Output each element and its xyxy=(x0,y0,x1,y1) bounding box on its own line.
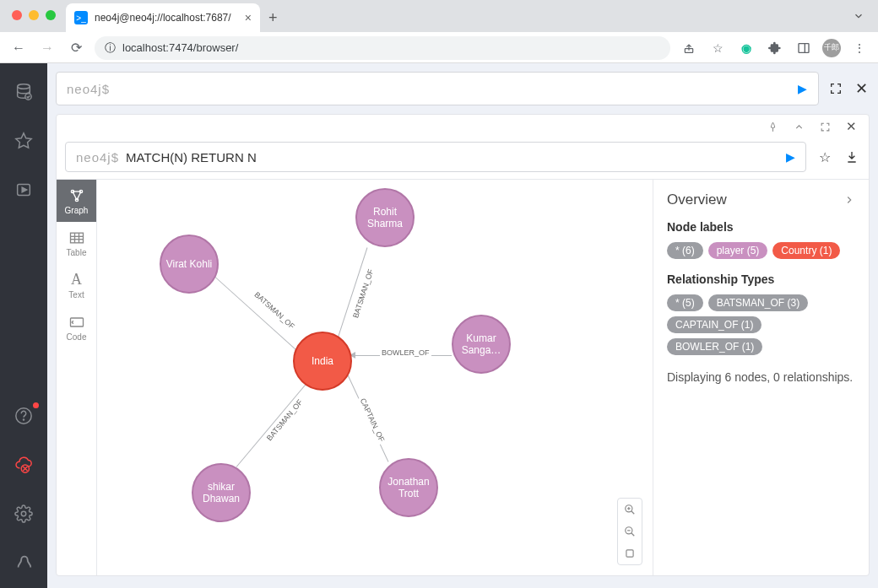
svg-line-32 xyxy=(631,533,635,537)
collapse-frame-button[interactable] xyxy=(794,121,805,132)
extensions-button[interactable] xyxy=(765,38,785,58)
rel-type-chips: * (5) BATSMAN_OF (3) CAPTAIN_OF (1) BOWL… xyxy=(667,294,855,355)
rel-types-heading: Relationship Types xyxy=(667,272,855,286)
chrome-menu-button[interactable]: ⋮ xyxy=(849,38,870,58)
about-icon[interactable] xyxy=(14,553,34,573)
chip-all-rels[interactable]: * (5) xyxy=(667,294,703,311)
cloud-sync-icon[interactable] xyxy=(14,455,34,475)
help-icon[interactable] xyxy=(14,406,34,426)
export-button[interactable] xyxy=(843,148,860,165)
url-input[interactable]: ⓘ localhost:7474/browser/ xyxy=(95,36,670,60)
site-info-icon[interactable]: ⓘ xyxy=(105,40,116,56)
forward-button[interactable]: → xyxy=(37,40,57,56)
node-virat-kohli[interactable]: Virat Kohli xyxy=(160,235,219,294)
minimize-window-button[interactable] xyxy=(29,10,39,20)
svg-line-28 xyxy=(631,511,635,515)
run-query-button[interactable]: ▶ xyxy=(798,82,808,95)
edge-dhawan-india[interactable] xyxy=(236,376,313,467)
settings-icon[interactable] xyxy=(14,504,34,524)
bookmark-button[interactable]: ☆ xyxy=(707,38,728,58)
frame-body: Graph Table A Text Code xyxy=(57,179,869,575)
code-view-tab[interactable]: Code xyxy=(57,306,96,348)
zoom-controls xyxy=(617,498,642,565)
tabs-dropdown-button[interactable] xyxy=(853,10,864,22)
frame-header: neo4j$ MATCH(N) RETURN N ▶ ☆ xyxy=(57,138,869,179)
notification-dot xyxy=(33,402,39,408)
text-view-tab[interactable]: A Text xyxy=(57,264,96,306)
frame-query-text: MATCH(N) RETURN N xyxy=(126,150,257,165)
node-kumar-sanga[interactable]: Kumar Sanga… xyxy=(452,315,511,374)
browser-chrome: >_ neo4j@neo4j://localhost:7687/ × + ← →… xyxy=(0,0,878,63)
chip-player[interactable]: player (5) xyxy=(708,242,768,259)
svg-rect-21 xyxy=(70,233,83,243)
chip-captain-of[interactable]: CAPTAIN_OF (1) xyxy=(667,316,761,333)
frame-prompt: neo4j$ xyxy=(76,150,119,165)
grammarly-extension-icon[interactable]: ◉ xyxy=(736,38,756,58)
zoom-fit-button[interactable] xyxy=(618,542,642,564)
svg-marker-7 xyxy=(22,187,27,192)
edge-label-batsman-2: BATSMAN_OF xyxy=(350,267,375,321)
zoom-out-button[interactable] xyxy=(618,521,642,542)
chip-all-nodes[interactable]: * (6) xyxy=(667,242,703,259)
main-editor-row: neo4j$ ▶ ✕ xyxy=(56,72,870,105)
overview-panel: Overview Node labels * (6) player (5) Co… xyxy=(653,180,869,575)
neo4j-browser-app: neo4j$ ▶ ✕ ✕ xyxy=(0,63,878,588)
chevron-right-icon xyxy=(843,194,855,206)
graph-view-tab[interactable]: Graph xyxy=(57,180,96,222)
window-controls xyxy=(12,10,56,20)
svg-marker-5 xyxy=(16,133,31,148)
close-window-button[interactable] xyxy=(12,10,22,20)
chip-bowler-of[interactable]: BOWLER_OF (1) xyxy=(667,338,762,355)
fullscreen-frame-button[interactable] xyxy=(820,121,831,132)
main-content: neo4j$ ▶ ✕ ✕ xyxy=(47,63,878,588)
zoom-in-button[interactable] xyxy=(618,499,642,521)
new-tab-button[interactable]: + xyxy=(268,9,278,32)
database-icon[interactable] xyxy=(14,82,34,102)
edge-label-batsman-1: BATSMAN_OF xyxy=(252,289,298,332)
pin-frame-button[interactable] xyxy=(767,121,778,132)
table-view-tab[interactable]: Table xyxy=(57,222,96,264)
fullscreen-button[interactable] xyxy=(827,80,844,97)
close-editor-button[interactable]: ✕ xyxy=(853,80,870,97)
result-frame: ✕ neo4j$ MATCH(N) RETURN N ▶ ☆ Graph xyxy=(56,114,870,576)
view-mode-tabs: Graph Table A Text Code xyxy=(57,180,97,575)
chip-batsman-of[interactable]: BATSMAN_OF (3) xyxy=(708,294,808,311)
chip-country[interactable]: Country (1) xyxy=(772,242,840,259)
node-shikar-dhawan[interactable]: shikar Dhawan xyxy=(192,463,251,522)
node-jonathan-trott[interactable]: Jonathan Trott xyxy=(379,458,438,517)
profile-avatar[interactable]: 千郎 xyxy=(822,39,841,57)
frame-toolbar: ✕ xyxy=(57,115,869,138)
guides-icon[interactable] xyxy=(14,180,34,200)
address-bar: ← → ⟳ ⓘ localhost:7474/browser/ ☆ ◉ 千郎 ⋮ xyxy=(0,32,878,63)
cypher-editor[interactable]: neo4j$ ▶ xyxy=(56,72,819,105)
frame-query-display[interactable]: neo4j$ MATCH(N) RETURN N ▶ xyxy=(65,142,806,172)
rerun-query-button[interactable]: ▶ xyxy=(786,150,795,164)
tab-title: neo4j@neo4j://localhost:7687/ xyxy=(95,12,231,24)
url-text: localhost:7474/browser/ xyxy=(122,41,238,54)
favorite-query-button[interactable]: ☆ xyxy=(816,148,833,165)
share-button[interactable] xyxy=(679,38,699,58)
tab-favicon: >_ xyxy=(74,11,88,24)
maximize-window-button[interactable] xyxy=(46,10,56,20)
browser-tab[interactable]: >_ neo4j@neo4j://localhost:7687/ × xyxy=(66,3,260,32)
back-button[interactable]: ← xyxy=(8,40,29,56)
svg-point-13 xyxy=(21,511,26,516)
close-frame-button[interactable]: ✕ xyxy=(846,119,857,134)
node-labels-heading: Node labels xyxy=(667,220,855,234)
graph-visualization[interactable]: BATSMAN_OF BATSMAN_OF BOWLER_OF CAPTAIN_… xyxy=(97,180,653,575)
edge-label-bowler: BOWLER_OF xyxy=(380,348,431,357)
node-india[interactable]: India xyxy=(293,332,352,391)
svg-line-18 xyxy=(73,192,77,200)
favorites-icon[interactable] xyxy=(14,131,34,151)
reload-button[interactable]: ⟳ xyxy=(66,40,86,56)
edge-label-captain: CAPTAIN_OF xyxy=(358,396,387,445)
edge-kohli-india[interactable] xyxy=(215,277,301,353)
editor-prompt: neo4j$ xyxy=(67,82,110,96)
side-panel-button[interactable] xyxy=(794,38,814,58)
overview-header[interactable]: Overview xyxy=(667,192,855,208)
svg-rect-1 xyxy=(799,43,809,52)
node-rohit-sharma[interactable]: Rohit Sharma xyxy=(355,188,415,247)
tab-close-button[interactable]: × xyxy=(245,11,252,24)
tab-bar: >_ neo4j@neo4j://localhost:7687/ × + xyxy=(0,0,878,32)
svg-line-19 xyxy=(77,192,81,200)
